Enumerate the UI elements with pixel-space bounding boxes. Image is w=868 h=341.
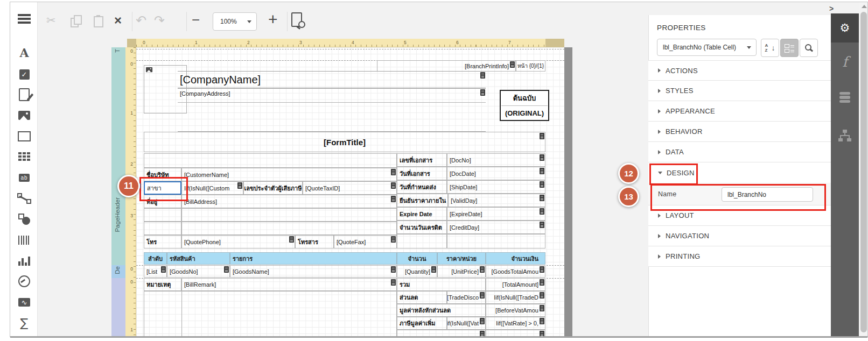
tab-field-list[interactable] [831, 83, 859, 112]
vat-label-cell[interactable]: ภาษีมูลค่าเพิ่ม [397, 317, 447, 330]
detail-amount-cell[interactable]: [GoodsTotalAmou [486, 265, 545, 278]
smart-tag-icon[interactable] [480, 266, 485, 273]
branch-expression-cell[interactable]: Iif(IsNull([Custom [181, 181, 243, 195]
smart-tag-icon[interactable] [391, 266, 396, 273]
valid-day-cell[interactable]: [ValidDay] [448, 194, 545, 207]
smart-tag-icon[interactable] [540, 266, 544, 273]
band-page-header[interactable]: PageHeader [111, 60, 125, 265]
bill-address-cell[interactable]: [BillAddress] [181, 195, 397, 208]
sort-alphabetical-button[interactable]: AZ↓ [761, 39, 779, 57]
smart-tag-icon[interactable] [431, 266, 436, 273]
smart-tag-icon[interactable] [391, 279, 396, 286]
valid-day-label-cell[interactable]: ยืนยันราคาภายใน [397, 194, 448, 207]
band-top-margin[interactable]: T [111, 47, 125, 60]
section-navigation[interactable]: NAVIGATION [648, 226, 831, 246]
tab-report-explorer[interactable] [831, 121, 859, 150]
tool-barcode[interactable] [13, 231, 35, 249]
tab-expressions[interactable]: f [831, 47, 859, 76]
discount-expr-cell[interactable]: Iif(IsNull([TradeD [486, 291, 545, 304]
smart-tag-icon[interactable] [161, 266, 166, 273]
empty-cell[interactable] [181, 222, 397, 235]
vat-value-cell[interactable]: Iif(IsNull([Vat [447, 317, 486, 330]
redo-button[interactable]: ↷ [154, 13, 165, 28]
smart-tag-icon[interactable] [540, 222, 544, 228]
smart-tag-icon[interactable] [391, 182, 396, 189]
section-styles[interactable]: STYLES [648, 81, 831, 101]
band-detail[interactable]: De [111, 265, 125, 278]
smart-tag-icon[interactable] [540, 318, 544, 324]
zoom-out-button[interactable]: − [192, 12, 200, 29]
doc-date-label-cell[interactable]: วันที่เอกสาร [397, 167, 447, 180]
collapse-panel-chevron[interactable]: > [829, 4, 834, 13]
before-vat-label-cell[interactable]: มูลค่าหลังหักส่วนลด [397, 304, 486, 317]
expire-date-cell[interactable]: [ExpireDate] [447, 207, 545, 221]
section-actions[interactable]: ACTIONS [648, 60, 831, 81]
undo-button[interactable]: ↶ [136, 13, 146, 28]
smart-tag-icon[interactable] [391, 236, 396, 243]
empty-cell[interactable] [181, 208, 397, 222]
band-report-footer[interactable] [111, 278, 125, 338]
smart-tag-icon[interactable] [480, 292, 485, 299]
category-view-button[interactable] [780, 39, 799, 57]
detail-unit-price-cell[interactable]: [UnitPrice] [437, 265, 486, 278]
section-appearance[interactable]: APPEARANCE [648, 101, 831, 122]
smart-tag-icon[interactable] [480, 318, 485, 324]
credit-day-label-cell[interactable]: จำนวนวันเครดิต [397, 221, 447, 234]
tool-summary[interactable]: ∑ [13, 314, 35, 332]
smart-tag-icon[interactable] [237, 182, 242, 189]
zoom-level-select[interactable]: 100% [213, 12, 257, 31]
delete-button[interactable]: × [114, 13, 122, 28]
tool-picture[interactable] [13, 106, 35, 124]
original-stamp-box[interactable]: ต้นฉบับ (ORIGINAL) [500, 90, 549, 121]
customer-name-cell[interactable]: [CustomerName] [181, 168, 397, 181]
smart-tag-icon[interactable] [540, 195, 544, 201]
fax-label-cell[interactable]: โทรสาร [295, 235, 334, 248]
doc-date-cell[interactable]: [DocDate] [447, 167, 545, 180]
detail-list-cell[interactable]: [List [144, 265, 167, 278]
before-vat-value-cell[interactable]: [BeforeVatAmou [486, 304, 545, 317]
element-selector-dropdown[interactable]: lbl_BranchNo (Table Cell) [657, 39, 757, 56]
tool-shape[interactable] [13, 210, 35, 228]
detail-goods-name-cell[interactable]: [GoodsName] [230, 265, 397, 278]
items-header-amount[interactable]: จำนวนเงิน [486, 252, 545, 265]
main-menu-button[interactable] [13, 10, 35, 28]
section-behavior[interactable]: BEHAVIOR [648, 122, 831, 142]
phone-value-cell[interactable]: [QuotePhone] [181, 235, 295, 248]
smart-tag-icon[interactable] [480, 89, 485, 96]
company-address-cell[interactable]: [CompanyAddress] [178, 88, 486, 103]
doc-no-cell[interactable]: [DocNo] [447, 153, 545, 167]
empty-cell[interactable] [144, 208, 181, 222]
smart-tag-icon[interactable] [540, 154, 544, 161]
empty-cell[interactable] [447, 234, 545, 248]
smart-tag-icon[interactable] [540, 279, 544, 286]
tool-sparkline[interactable]: ∿ [13, 293, 35, 311]
phone-label-cell[interactable]: โทร [144, 235, 181, 248]
empty-cell[interactable] [144, 222, 181, 235]
smart-tag-icon[interactable] [540, 305, 544, 311]
branch-print-info-cell[interactable]: [BranchPrintInfo] [377, 60, 516, 72]
vat-expr-cell[interactable]: Iif([VatRate] > 0, [486, 317, 545, 330]
ship-date-cell[interactable]: [ShipDate] [447, 180, 545, 194]
total-value-cell[interactable]: [TotalAmount] [486, 278, 545, 291]
zoom-in-button[interactable]: + [268, 10, 278, 29]
section-printing[interactable]: PRINTING [648, 246, 831, 267]
credit-day-cell[interactable]: [CreditDay] [447, 221, 545, 234]
expire-date-label-cell[interactable]: Expire Date [397, 207, 447, 221]
smart-tag-icon[interactable] [540, 168, 544, 174]
smart-tag-icon[interactable] [391, 169, 396, 175]
taxid-value-cell[interactable]: [QuoteTaxID] [303, 181, 397, 195]
scrollbar-up-arrow[interactable] [862, 5, 867, 8]
smart-tag-icon[interactable] [510, 61, 515, 68]
smart-tag-icon[interactable] [540, 181, 544, 188]
items-header-code[interactable]: รหัสสินค้า [167, 252, 230, 265]
discount-value-cell[interactable]: [TradeDisco [447, 291, 486, 304]
company-name-cell[interactable]: [CompanyName] [178, 71, 486, 88]
smart-tag-icon[interactable] [540, 133, 544, 139]
items-header-no[interactable]: ลำดับ [144, 252, 167, 265]
smart-tag-icon[interactable] [480, 72, 485, 79]
empty-cell[interactable] [397, 234, 447, 248]
detail-goods-no-cell[interactable]: [GoodsNo] [167, 265, 230, 278]
tool-line[interactable] [13, 189, 35, 208]
tab-properties-gear[interactable]: ⚙ [831, 13, 859, 42]
tool-richtext[interactable] [13, 86, 35, 104]
